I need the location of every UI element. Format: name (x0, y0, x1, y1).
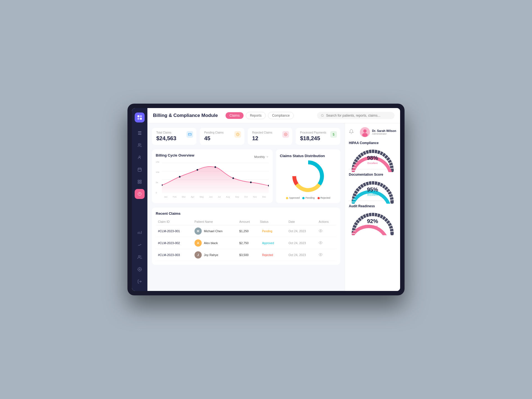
legend-pending: Pending (305, 196, 314, 199)
svg-point-13 (139, 269, 140, 270)
action-cell[interactable] (316, 237, 336, 249)
hipaa-value: 98% (367, 155, 378, 161)
tab-claims[interactable]: Claims (226, 112, 244, 119)
chevron-down-icon (266, 155, 269, 158)
status-cell: Approved (258, 237, 286, 249)
view-icon[interactable] (319, 241, 323, 245)
status-cell: Pending (258, 225, 286, 237)
doc-score-label: Excellent (367, 193, 378, 196)
action-cell[interactable] (316, 225, 336, 237)
grid-icon[interactable] (135, 177, 145, 187)
svg-rect-10 (140, 182, 141, 183)
main-content: Billing & Compliance Module Claims Repor… (147, 108, 400, 291)
svg-rect-2 (137, 118, 139, 120)
amount-cell: $1,250 (237, 225, 258, 237)
menu-icon[interactable]: ☰ (135, 128, 145, 138)
tab-reports[interactable]: Reports (246, 112, 266, 119)
donut-legend: Approved Pending Rejected (286, 196, 330, 199)
doc-score-gauge: 95% Excellent (349, 179, 396, 196)
total-claims-icon (186, 131, 193, 138)
col-status: Status (258, 218, 286, 225)
settings-icon[interactable] (135, 264, 145, 274)
hipaa-gauge: 98% Excellent (349, 147, 396, 165)
logout-icon[interactable] (135, 277, 145, 287)
claims-table: Claim ID Patient Name Amount Status Date… (156, 218, 336, 261)
user-icon[interactable] (135, 152, 145, 162)
status-cell: Rejected (258, 249, 286, 261)
audit-gauge: 92% Excellent (349, 210, 396, 228)
table-row: #CLM-2023-002 A Alex black $2,750 Approv… (156, 237, 336, 249)
hipaa-title: HIPAA Compliance (349, 141, 396, 145)
col-date: Date (286, 218, 316, 225)
audit-value: 92% (367, 218, 378, 224)
right-header: Dr. Sarah Wilson Administrator (349, 127, 396, 137)
table-row: #CLM-2023-003 J Joy Rahye $3,500 Rejecte… (156, 249, 336, 261)
line-chart-icon[interactable] (135, 240, 145, 250)
claims-distribution-card: Claims Status Distribution (276, 149, 340, 203)
recent-claims-title: Recent Claims (156, 211, 336, 216)
search-input[interactable] (326, 114, 391, 117)
doc-score-title: Documentation Score (349, 173, 396, 177)
chart-x-labels: JanFebMarAprMayJunJulAugSepOctNovDec (156, 196, 269, 198)
claim-id: #CLM-2023-001 (156, 225, 192, 237)
svg-point-36 (320, 254, 321, 255)
claim-id: #CLM-2023-003 (156, 249, 192, 261)
view-icon[interactable] (319, 229, 323, 234)
billing-icon[interactable] (135, 189, 145, 199)
svg-rect-6 (138, 168, 141, 172)
rejected-claims-icon (282, 131, 289, 138)
svg-point-38 (363, 129, 367, 133)
doc-score-value: 95% (367, 186, 378, 193)
svg-point-27 (232, 177, 234, 179)
bar-chart-icon[interactable] (135, 228, 145, 238)
col-actions: Actions (316, 218, 336, 225)
svg-rect-16 (188, 133, 191, 135)
svg-point-5 (139, 156, 140, 157)
billing-chart-title: Billing Cycle Overview (156, 153, 194, 157)
amount-cell: $3,500 (237, 249, 258, 261)
header: Billing & Compliance Module Claims Repor… (147, 108, 400, 123)
patient-name-cell: M Michael Chen (192, 225, 237, 237)
search-bar[interactable] (317, 112, 395, 119)
date-cell: Oct 24, 2023 (286, 225, 316, 237)
right-panel: Dr. Sarah Wilson Administrator HIPAA Com… (345, 123, 400, 291)
svg-point-28 (250, 181, 252, 183)
legend-approved: Approved (289, 196, 300, 199)
calendar-icon[interactable] (135, 165, 145, 175)
svg-point-12 (138, 255, 140, 257)
body-area: Total Claims $24,563 Pending Claims 45 (147, 123, 400, 291)
laptop-frame: ☰ (127, 104, 405, 295)
audit-readiness-section: Audit Readiness (349, 204, 396, 228)
total-claims-card: Total Claims $24,563 (152, 128, 196, 145)
svg-point-26 (214, 166, 216, 168)
date-cell: Oct 24, 2023 (286, 249, 316, 261)
app-logo[interactable] (135, 112, 145, 122)
donut-chart-svg (290, 158, 326, 194)
svg-point-39 (362, 133, 368, 137)
documentation-score-section: Documentation Score (349, 173, 396, 196)
user-role: Administrator (372, 132, 396, 135)
user-avatar (360, 127, 370, 137)
legend-rejected: Rejected (321, 196, 331, 199)
chart-y-labels: 15k10k5k0 (156, 160, 159, 195)
tab-compliance[interactable]: Compliance (268, 112, 294, 119)
users-icon[interactable] (135, 140, 145, 150)
date-cell: Oct 24, 2023 (286, 237, 316, 249)
user-name: Dr. Sarah Wilson (372, 129, 396, 132)
svg-rect-7 (138, 180, 139, 181)
team-icon[interactable] (135, 252, 145, 262)
line-chart-svg (162, 160, 269, 193)
screen: ☰ (132, 108, 400, 291)
page-title: Billing & Compliance Module (153, 113, 218, 118)
svg-point-25 (196, 169, 198, 171)
search-icon (321, 114, 324, 117)
col-patient-name: Patient Name (192, 218, 237, 225)
svg-rect-1 (140, 115, 142, 117)
action-cell[interactable] (316, 249, 336, 261)
period-select[interactable]: Monthly (254, 155, 269, 158)
claim-id: #CLM-2023-002 (156, 237, 192, 249)
svg-rect-9 (138, 182, 139, 183)
notification-bell[interactable] (349, 129, 354, 135)
view-icon[interactable] (319, 253, 323, 257)
billing-chart-header: Billing Cycle Overview Monthly (156, 153, 269, 160)
